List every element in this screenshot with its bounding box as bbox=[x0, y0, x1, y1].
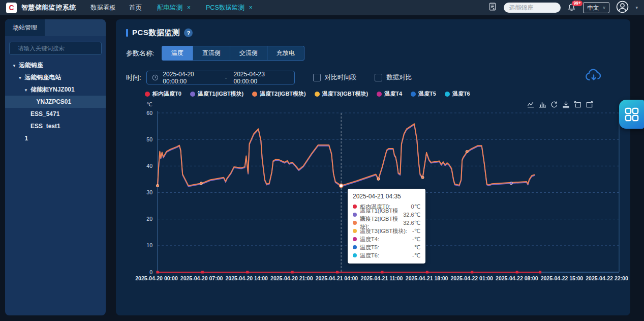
toolbox-data-zoom-icon[interactable] bbox=[574, 101, 581, 108]
tooltip-series-dot bbox=[353, 253, 357, 257]
nav-tab-1[interactable]: PCS数据监测× bbox=[206, 4, 253, 12]
title-accent-bar bbox=[126, 29, 128, 37]
language-value: 中文 bbox=[587, 4, 599, 12]
nav-menu-item-1[interactable]: 首页 bbox=[129, 4, 142, 12]
legend-dot bbox=[252, 92, 257, 97]
toolbox-restore-icon[interactable] bbox=[550, 101, 558, 108]
tooltip-series-dot bbox=[353, 213, 357, 217]
legend-item-温度T3(IGBT模块)[interactable]: 温度T3(IGBT模块) bbox=[315, 90, 368, 98]
tab-close-icon[interactable]: × bbox=[187, 4, 191, 11]
checkbox-label: 对比时间段 bbox=[325, 73, 357, 82]
station-report-icon[interactable] bbox=[488, 2, 497, 13]
help-icon[interactable]: ? bbox=[184, 28, 193, 37]
checkbox-数据对比[interactable]: 数据对比 bbox=[375, 73, 412, 82]
tree-expand-icon[interactable]: ▼ bbox=[24, 84, 28, 97]
tooltip-series-dot bbox=[353, 221, 357, 225]
tree-node-1[interactable]: 1 bbox=[5, 132, 106, 144]
tree-node-储能柜YNJZ001[interactable]: ▼储能柜YNJZ001 bbox=[5, 83, 106, 96]
user-menu-caret-icon[interactable]: ▾ bbox=[635, 5, 638, 10]
tree-node-label: YNJZPCS01 bbox=[37, 98, 72, 105]
legend-item-温度T2(IGBT模块)[interactable]: 温度T2(IGBT模块) bbox=[252, 90, 305, 98]
toolbox-bar-chart-icon[interactable] bbox=[539, 101, 546, 108]
avatar[interactable] bbox=[616, 1, 629, 15]
tooltip-series-value: -℃ bbox=[412, 252, 420, 259]
tooltip-row-4: 温度T4:-℃ bbox=[353, 235, 420, 243]
tooltip-series-dot bbox=[353, 237, 357, 241]
chart-toolbox bbox=[527, 101, 593, 108]
tooltip-row-2: 温度T2(IGBT模块):32.6℃ bbox=[353, 219, 420, 227]
notification-bell[interactable]: 99+ bbox=[567, 3, 576, 12]
app-title: 智慧储能监控系统 bbox=[21, 3, 76, 12]
logo-glyph: C bbox=[9, 4, 14, 11]
checkbox-label: 数据对比 bbox=[386, 73, 412, 82]
nav-menu: 数据看板首页 bbox=[90, 4, 142, 12]
time-row: 时间: 2025-04-20 00:00:00 - 2025-04-23 00:… bbox=[126, 71, 412, 84]
parameter-button-group: 温度直流侧交流侧充放电 bbox=[162, 46, 304, 61]
checkbox-box[interactable] bbox=[375, 74, 382, 81]
tab-close-icon[interactable]: × bbox=[249, 4, 253, 11]
download-cloud-button[interactable] bbox=[585, 68, 603, 85]
tree-node-ESS_test1[interactable]: ESS_test1 bbox=[5, 120, 106, 132]
nav-tab-label: PCS数据监测 bbox=[206, 4, 244, 12]
tab-station-management[interactable]: 场站管理 bbox=[5, 19, 45, 36]
tree-node-远能锦座电站[interactable]: ▼远能锦座电站 bbox=[5, 71, 106, 83]
language-selector[interactable]: 中文 ∨ bbox=[583, 2, 609, 13]
param-button-交流侧[interactable]: 交流侧 bbox=[230, 46, 267, 61]
tooltip-series-dot bbox=[353, 205, 357, 209]
checkbox-cluster: 对比时间段数据对比 bbox=[295, 73, 412, 82]
tree-node-YNJZPCS01[interactable]: YNJZPCS01 bbox=[5, 96, 106, 108]
tooltip-series-value: -℃ bbox=[412, 236, 420, 243]
legend-label: 温度T3(IGBT模块) bbox=[322, 90, 368, 98]
checkbox-box[interactable] bbox=[313, 74, 321, 81]
legend-item-温度T6[interactable]: 温度T6 bbox=[445, 90, 470, 98]
apps-grid-icon bbox=[625, 107, 639, 122]
top-navbar: C 智慧储能监控系统 数据看板首页 配电监测×PCS数据监测× 99+ 中文 ∨ bbox=[0, 0, 644, 15]
apps-floating-button[interactable] bbox=[619, 100, 644, 129]
nav-menu-item-0[interactable]: 数据看板 bbox=[90, 4, 116, 12]
tooltip-series-label: 温度T5: bbox=[360, 244, 379, 251]
tree-node-label: ESS_5471 bbox=[30, 110, 59, 118]
tooltip-row-6: 温度T6:-℃ bbox=[353, 251, 420, 259]
tooltip-series-value: -℃ bbox=[412, 228, 420, 235]
sidebar-search-box[interactable] bbox=[9, 42, 102, 55]
time-start-value: 2025-04-20 00:00:00 bbox=[163, 71, 218, 85]
nav-tab-bar: 配电监测×PCS数据监测× bbox=[157, 4, 253, 12]
time-end-value: 2025-04-23 00:00:00 bbox=[234, 71, 289, 85]
tree-node-ESS_5471[interactable]: ESS_5471 bbox=[5, 108, 106, 120]
param-button-温度[interactable]: 温度 bbox=[162, 46, 193, 61]
tree-expand-icon[interactable]: ▼ bbox=[12, 60, 17, 72]
tree-node-label: 远能锦座电站 bbox=[25, 74, 62, 81]
toolbox-save-image-icon[interactable] bbox=[562, 101, 570, 108]
legend-item-温度T1(IGBT模块)[interactable]: 温度T1(IGBT模块) bbox=[190, 90, 243, 98]
nav-tab-0[interactable]: 配电监测× bbox=[157, 4, 191, 12]
param-button-直流侧[interactable]: 直流侧 bbox=[193, 46, 230, 61]
tooltip-series-label: 温度T3(IGBT模块): bbox=[360, 227, 407, 235]
legend-label: 温度T6 bbox=[452, 90, 470, 98]
legend-item-温度T4[interactable]: 温度T4 bbox=[377, 90, 402, 98]
station-search-pill[interactable] bbox=[504, 3, 561, 13]
tree-node-label: 远能锦座 bbox=[19, 62, 43, 69]
navbar-right-cluster: 99+ 中文 ∨ ▾ bbox=[488, 1, 638, 15]
parameter-row: 参数名称: 温度直流侧交流侧充放电 bbox=[126, 46, 304, 61]
tree-node-远能锦座[interactable]: ▼远能锦座 bbox=[5, 59, 106, 71]
sidebar-header: 场站管理 bbox=[5, 19, 106, 36]
nav-tab-label: 配电监测 bbox=[157, 4, 182, 12]
time-range-picker[interactable]: 2025-04-20 00:00:00 - 2025-04-23 00:00:0… bbox=[146, 71, 295, 84]
tooltip-timestamp: 2025-04-21 04:35 bbox=[353, 193, 420, 200]
legend-label: 温度T2(IGBT模块) bbox=[260, 90, 305, 98]
checkbox-对比时间段[interactable]: 对比时间段 bbox=[313, 73, 357, 82]
chevron-down-icon: ∨ bbox=[602, 5, 606, 10]
sidebar-search-input[interactable] bbox=[17, 45, 97, 52]
toolbox-zoom-reset-icon[interactable] bbox=[586, 101, 593, 108]
notification-badge: 99+ bbox=[572, 1, 582, 6]
tree-expand-icon[interactable]: ▼ bbox=[18, 72, 23, 84]
legend-item-柜内温度T0[interactable]: 柜内温度T0 bbox=[145, 90, 181, 98]
tooltip-series-label: 温度T6: bbox=[360, 252, 379, 259]
page-title-row: PCS数据监测 ? bbox=[126, 28, 193, 38]
legend-item-温度T5[interactable]: 温度T5 bbox=[411, 90, 436, 98]
station-search-input[interactable] bbox=[504, 4, 561, 11]
toolbox-line-chart-icon[interactable] bbox=[527, 101, 535, 108]
tooltip-rows: 柜内温度T0:0℃温度T1(IGBT模块):32.6℃温度T2(IGBT模块):… bbox=[353, 202, 420, 259]
param-button-充放电[interactable]: 充放电 bbox=[267, 46, 304, 61]
legend-label: 温度T5 bbox=[418, 90, 436, 98]
